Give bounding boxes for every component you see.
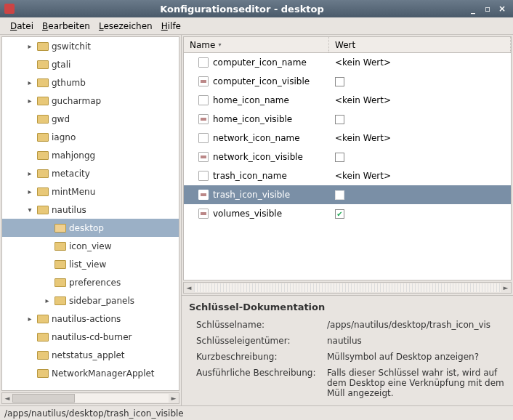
tree-item-nautilus-cd-burner[interactable]: nautilus-cd-burner <box>2 328 179 346</box>
folder-icon <box>54 296 66 305</box>
value-checkbox[interactable] <box>335 153 344 162</box>
tree-item-label: gthumb <box>52 78 86 88</box>
tree-item-mintMenu[interactable]: ▸mintMenu <box>2 182 179 201</box>
folder-icon <box>37 333 49 342</box>
tree-item-sidebar_panels[interactable]: ▸sidebar_panels <box>2 291 179 310</box>
tree-hscrollbar[interactable]: ◄ ► <box>1 392 179 404</box>
maximize-button[interactable]: ▫ <box>481 3 494 15</box>
table-row[interactable]: home_icon_visible <box>184 110 511 129</box>
key-name: home_icon_name <box>213 95 289 105</box>
tree-item-NetworkManagerApplet[interactable]: NetworkManagerApplet <box>2 364 179 382</box>
doc-short-label: Kurzbeschreibung: <box>196 352 320 362</box>
table-row[interactable]: trash_icon_visible <box>184 185 511 204</box>
scroll-left-icon[interactable]: ◄ <box>2 395 12 402</box>
chevron-right-icon[interactable]: ▸ <box>25 42 34 50</box>
table-row[interactable]: home_icon_name<kein Wert> <box>184 91 511 110</box>
tree-item-gswitchit[interactable]: ▸gswitchit <box>2 37 179 55</box>
doc-name-value: /apps/nautilus/desktop/trash_icon_vis <box>327 320 506 330</box>
doc-panel: Schlüssel-Dokumentation Schlüsselname: /… <box>182 295 513 405</box>
tree-view[interactable]: ▸gswitchitgtali▸gthumb▸gucharmapgwdiagno… <box>1 36 179 391</box>
folder-icon <box>37 78 49 87</box>
menu-bearbeiten[interactable]: Bearbeiten <box>38 20 94 33</box>
folder-icon <box>54 242 66 251</box>
tree-item-iagno[interactable]: iagno <box>2 128 179 146</box>
menu-lesezeichen[interactable]: Lesezeichen <box>94 20 157 33</box>
table-row[interactable]: trash_icon_name<kein Wert> <box>184 166 511 185</box>
tree-item-label: preferences <box>69 278 121 288</box>
value-checkbox[interactable] <box>335 115 344 124</box>
doc-name-label: Schlüsselname: <box>196 320 320 330</box>
tree-item-gucharmap[interactable]: ▸gucharmap <box>2 92 179 110</box>
tree-item-label: nautilus-cd-burner <box>52 332 132 342</box>
tree-item-label: gtali <box>52 60 70 70</box>
tree-item-desktop[interactable]: desktop <box>2 219 179 237</box>
scroll-track[interactable] <box>194 283 501 292</box>
tree-item-metacity[interactable]: ▸metacity <box>2 164 179 182</box>
tree-item-mahjongg[interactable]: mahjongg <box>2 146 179 164</box>
tree-item-label: gswitchit <box>52 41 91 52</box>
chevron-right-icon[interactable]: ▸ <box>25 187 34 195</box>
value-checkbox[interactable] <box>335 77 344 86</box>
tree-item-netstatus_applet[interactable]: netstatus_applet <box>2 346 179 364</box>
tree-item-label: netstatus_applet <box>52 350 125 360</box>
menu-hilfe[interactable]: Hilfe <box>157 20 185 33</box>
doc-long-value: Falls dieser Schlüssel wahr ist, wird au… <box>327 368 506 398</box>
bool-key-icon <box>198 152 209 162</box>
chevron-right-icon[interactable]: ▸ <box>43 296 52 304</box>
scroll-track[interactable] <box>12 394 169 403</box>
doc-short-value: Müllsymbol auf Desktop anzeigen? <box>327 352 506 362</box>
tree-item-gwd[interactable]: gwd <box>2 110 179 128</box>
string-key-icon <box>198 171 209 181</box>
tree-item-label: mintMenu <box>52 187 95 197</box>
bool-key-icon <box>198 209 209 219</box>
string-key-icon <box>198 95 209 105</box>
key-name: network_icon_name <box>213 133 300 143</box>
chevron-right-icon[interactable]: ▸ <box>25 78 34 86</box>
scroll-left-icon[interactable]: ◄ <box>184 284 194 291</box>
chevron-right-icon[interactable]: ▸ <box>25 169 34 177</box>
tree-item-gthumb[interactable]: ▸gthumb <box>2 73 179 92</box>
folder-icon <box>37 369 49 378</box>
tree-item-label: metacity <box>52 169 90 179</box>
tree-item-label: nautilus <box>52 205 86 215</box>
table-hscrollbar[interactable]: ◄ ► <box>183 282 512 294</box>
column-value[interactable]: Wert <box>329 37 511 52</box>
tree-item-label: nautilus-actions <box>52 314 121 324</box>
close-button[interactable]: × <box>496 3 509 15</box>
table-row[interactable]: network_icon_name<kein Wert> <box>184 129 511 148</box>
bool-key-icon <box>198 76 209 86</box>
table-row[interactable]: computer_icon_visible <box>184 72 511 91</box>
tree-item-gtali[interactable]: gtali <box>2 55 179 73</box>
value-checkbox[interactable] <box>335 190 344 200</box>
tree-item-nautilus[interactable]: ▾nautilus <box>2 201 179 219</box>
table-header: Name▾ Wert <box>184 37 511 53</box>
minimize-button[interactable]: _ <box>466 3 480 15</box>
folder-icon <box>37 42 49 51</box>
doc-owner-label: Schlüsseleigentümer: <box>196 336 320 346</box>
tree-item-label: mahjongg <box>52 150 95 161</box>
value-checkbox[interactable]: ✔ <box>335 209 344 219</box>
table-row[interactable]: volumes_visible✔ <box>184 204 511 223</box>
window-title: Konfigurationseditor - desktop <box>19 4 465 15</box>
scroll-right-icon[interactable]: ► <box>501 284 511 291</box>
menu-datei[interactable]: Datei <box>6 20 38 33</box>
tree-item-list_view[interactable]: list_view <box>2 255 179 273</box>
tree-item-nautilus-actions[interactable]: ▸nautilus-actions <box>2 310 179 328</box>
titlebar: Konfigurationseditor - desktop _ ▫ × <box>0 0 513 17</box>
tree-item-label: desktop <box>69 223 104 233</box>
table-row[interactable]: network_icon_visible <box>184 148 511 166</box>
value-text: <kein Wert> <box>335 133 391 143</box>
tree-item-icon_view[interactable]: icon_view <box>2 237 179 255</box>
tree-item-preferences[interactable]: preferences <box>2 273 179 291</box>
chevron-right-icon[interactable]: ▸ <box>25 315 34 323</box>
table-row[interactable]: computer_icon_name<kein Wert> <box>184 53 511 72</box>
scroll-thumb[interactable] <box>12 394 75 403</box>
column-name[interactable]: Name▾ <box>184 37 329 52</box>
key-name: network_icon_visible <box>213 152 303 162</box>
string-key-icon <box>198 133 209 143</box>
scroll-right-icon[interactable]: ► <box>169 395 179 402</box>
chevron-down-icon[interactable]: ▾ <box>25 206 34 214</box>
key-name: home_icon_visible <box>213 114 292 124</box>
chevron-right-icon[interactable]: ▸ <box>25 97 34 105</box>
app-icon <box>4 4 15 14</box>
